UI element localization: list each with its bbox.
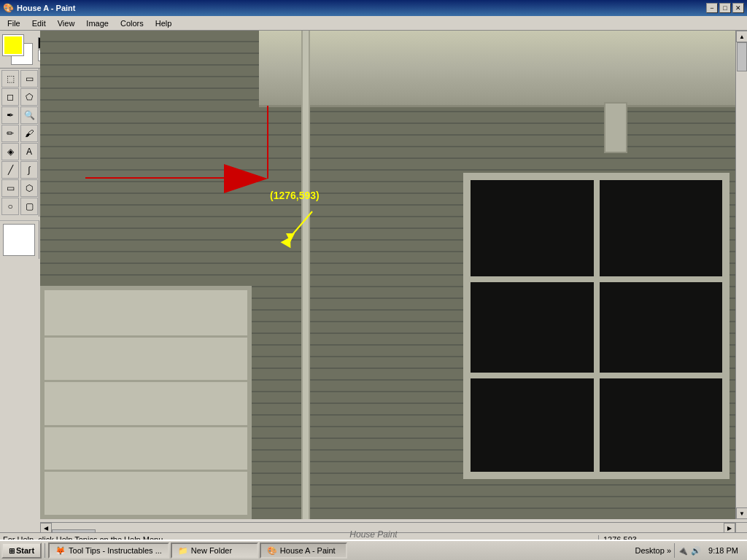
garage-door [40,286,252,519]
column-divider [301,31,310,519]
start-button[interactable]: ⊞ Start [1,542,42,559]
menu-image[interactable]: Image [80,18,115,29]
svg-line-0 [290,211,312,237]
tool-roundrect[interactable]: ▢ [20,198,38,215]
tool-options-panel [0,220,39,259]
taskbar-task-paint[interactable]: 🎨 House A - Paint [260,542,347,559]
folder-label: New Folder [191,546,232,555]
tool-eyedropper[interactable]: ✒ [1,106,19,124]
tool-text[interactable]: A [20,143,38,160]
scroll-up-button[interactable]: ▲ [736,31,747,42]
tool-airbrush[interactable]: ◈ [1,143,19,160]
start-icon: ⊞ [9,547,15,555]
taskbar-task-tooltips[interactable]: 🦊 Tool Tips - Instructables ... [48,542,169,559]
scroll-thumb-v[interactable] [737,42,747,71]
taskbar-task-folder[interactable]: 📁 New Folder [171,542,258,559]
foreground-color[interactable] [3,35,23,55]
desktop-button[interactable]: Desktop » [635,546,672,555]
taskbar-separator-1 [44,543,45,558]
active-colors [3,35,32,64]
tool-eraser[interactable]: ◻ [1,88,19,106]
tool-curve[interactable]: ∫ [20,161,38,179]
menu-view[interactable]: View [52,18,81,29]
gutter-right [604,102,627,153]
vertical-scrollbar: ▲ ▼ [735,31,747,519]
menu-edit[interactable]: Edit [26,18,52,29]
clock-display: 9:18 PM [704,545,743,556]
tool-polygon[interactable]: ⬡ [20,179,38,197]
scroll-track-v [736,42,747,508]
coord-arrow [290,211,327,249]
title-text: House A - Paint [17,4,75,12]
paint-label: House A - Paint [280,546,336,555]
tool-freeselect[interactable]: ⬚ [1,70,19,88]
minimize-button[interactable]: − [706,3,718,13]
menu-bar: File Edit View Image Colors Help [0,16,747,31]
close-button[interactable]: ✕ [732,3,744,13]
tool-magnify[interactable]: 🔍 [20,106,38,124]
window-right [463,173,729,479]
menu-help[interactable]: Help [150,18,178,29]
tooltips-label: Tool Tips - Instructables ... [69,546,162,555]
title-bar: 🎨 House A - Paint − □ ✕ [0,0,747,16]
menu-file[interactable]: File [1,18,26,29]
tool-ellipse[interactable]: ○ [1,198,19,215]
menu-colors[interactable]: Colors [115,18,150,29]
option-box [3,224,35,256]
tool-line[interactable]: ╱ [1,161,19,179]
start-label: Start [16,546,34,555]
roof-section [259,31,735,107]
folder-icon: 📁 [178,546,188,556]
network-icon: 🔌 [678,546,688,556]
paint-icon: 🎨 [267,546,277,556]
scroll-down-button[interactable]: ▼ [736,508,747,519]
volume-icon: 🔊 [691,546,701,556]
toolbox: ⬚ ▭ ◻ ⬠ ✒ 🔍 ✏ 🖌 ◈ A ╱ ∫ ▭ ⬡ ○ ▢ [0,69,39,217]
coord-annotation: (1276,593) [270,190,320,201]
title-icon: 🎨 [3,3,14,13]
tooltips-icon: 🦊 [55,546,66,556]
canvas-area[interactable]: (1276,593) [40,31,735,519]
tool-rectselect[interactable]: ▭ [20,70,38,88]
taskbar: ⊞ Start 🦊 Tool Tips - Instructables ... … [0,540,747,560]
tool-brush[interactable]: 🖌 [20,125,38,142]
taskbar-right: Desktop » 🔌 🔊 9:18 PM [635,543,746,558]
maximize-button[interactable]: □ [719,3,731,13]
tool-fill[interactable]: ⬠ [20,88,38,106]
tool-pencil[interactable]: ✏ [1,125,19,142]
tool-rect2[interactable]: ▭ [1,179,19,197]
window-controls: − □ ✕ [706,3,744,13]
